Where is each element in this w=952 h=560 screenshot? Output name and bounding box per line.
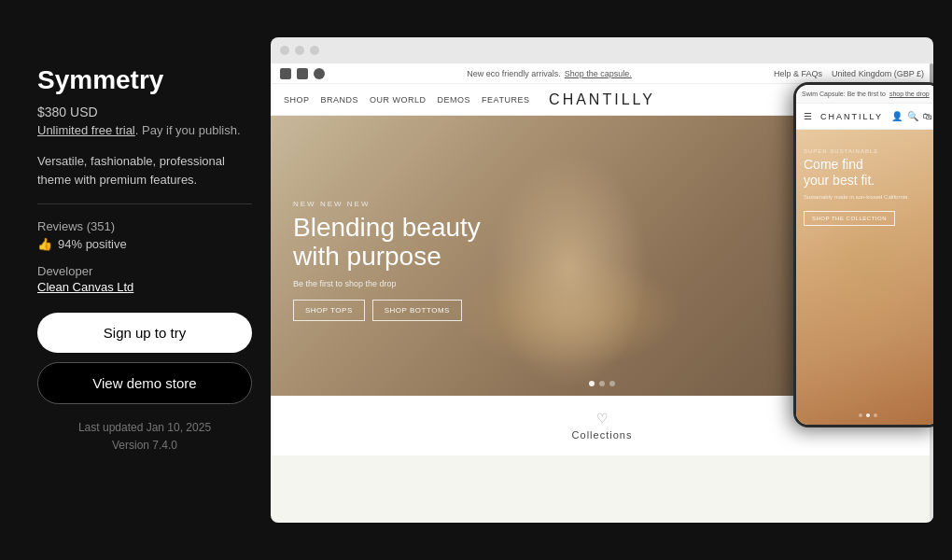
- last-updated: Last updated Jan 10, 2025: [37, 419, 252, 437]
- version: Version 7.4.0: [37, 437, 252, 455]
- free-trial-link[interactable]: Unlimited free trial: [37, 123, 135, 137]
- mobile-subtext: Sustainably made in sun-kissed Californi…: [804, 194, 932, 200]
- reviews-positive: 👍 94% positive: [37, 237, 252, 251]
- reviews-title: Reviews (351): [37, 219, 252, 233]
- theme-price: $380 USD: [37, 105, 252, 119]
- mobile-cart-icon[interactable]: 🛍: [923, 111, 932, 121]
- nav-demos[interactable]: DEMOS: [438, 95, 471, 105]
- mobile-cta-button[interactable]: SHOP THE COLLECTION: [804, 211, 895, 226]
- developer-section: Developer Clean Canvas Ltd: [37, 264, 252, 294]
- mobile-hero-text: SUPER SUSTAINABLE Come findyour best fit…: [804, 148, 932, 226]
- hero-headline: Blending beautywith purpose: [293, 214, 481, 272]
- signup-button[interactable]: Sign up to try: [37, 313, 252, 353]
- help-link[interactable]: Help & FAQs: [774, 69, 822, 78]
- hero-dots: [589, 381, 615, 386]
- topbar-right: Help & FAQs United Kingdom (GBP £): [774, 69, 924, 78]
- topbar-announcement: New eco friendly arrivals. Shop the caps…: [467, 69, 632, 78]
- outer-container: Symmetry $380 USD Unlimited free trial. …: [0, 0, 952, 560]
- nav-features[interactable]: FEATURES: [482, 95, 529, 105]
- positive-label: 94% positive: [58, 237, 127, 251]
- mobile-dots: [859, 413, 877, 417]
- divider: [37, 203, 252, 204]
- topbar-link[interactable]: Shop the capsule.: [565, 69, 632, 78]
- mobile-hero: SUPER SUSTAINABLE Come findyour best fit…: [796, 130, 933, 425]
- mobile-tag: SUPER SUSTAINABLE: [804, 148, 932, 154]
- free-trial-suffix: . Pay if you publish.: [135, 123, 241, 137]
- developer-name[interactable]: Clean Canvas Ltd: [37, 280, 252, 294]
- hero-label: NEW NEW NEW: [293, 200, 481, 208]
- collections-label: Collections: [286, 429, 918, 441]
- nav-shop[interactable]: SHOP: [284, 95, 310, 105]
- shop-bottoms-button[interactable]: SHOP BOTTOMS: [372, 300, 462, 321]
- hero-dot-2[interactable]: [599, 381, 605, 386]
- shop-tops-button[interactable]: SHOP TOPS: [293, 300, 365, 321]
- browser-dot-red: [280, 46, 289, 55]
- browser-chrome: [271, 37, 933, 63]
- social-icons: [280, 68, 325, 79]
- store-nav-links: SHOP BRANDS OUR WORLD DEMOS FEATURES: [284, 95, 529, 105]
- hero-dot-3[interactable]: [609, 381, 615, 386]
- right-panel: New eco friendly arrivals. Shop the caps…: [271, 37, 933, 523]
- theme-title: Symmetry: [37, 65, 252, 95]
- browser-dot-yellow: [295, 46, 304, 55]
- demo-button[interactable]: View demo store: [37, 362, 252, 404]
- left-panel: Symmetry $380 USD Unlimited free trial. …: [19, 37, 271, 523]
- mobile-shop-drop[interactable]: shop the drop: [889, 91, 930, 97]
- nav-our-world[interactable]: OUR WORLD: [370, 95, 427, 105]
- thumbs-up-icon: 👍: [37, 237, 52, 251]
- hero-subheadline: Be the first to shop the drop: [293, 279, 481, 288]
- region-selector[interactable]: United Kingdom (GBP £): [832, 69, 924, 78]
- instagram-icon[interactable]: [314, 68, 325, 79]
- meta-info: Last updated Jan 10, 2025 Version 7.4.0: [37, 419, 252, 455]
- mobile-swim-capsule: Swim Capsule: Be the first to: [802, 91, 886, 97]
- mobile-headline: Come findyour best fit.: [804, 157, 932, 189]
- mobile-mockup: Swim Capsule: Be the first to shop the d…: [793, 82, 933, 427]
- nav-brands[interactable]: BRANDS: [321, 95, 359, 105]
- youtube-icon[interactable]: [297, 68, 308, 79]
- mobile-inner: Swim Capsule: Be the first to shop the d…: [796, 85, 933, 425]
- browser-dot-green: [310, 46, 319, 55]
- mobile-dot-1[interactable]: [859, 413, 862, 417]
- store-preview: New eco friendly arrivals. Shop the caps…: [271, 63, 933, 523]
- theme-description: Versatile, fashionable, professional the…: [37, 152, 252, 189]
- hero-buttons: SHOP TOPS SHOP BOTTOMS: [293, 300, 481, 321]
- developer-label: Developer: [37, 264, 252, 278]
- main-layout: Symmetry $380 USD Unlimited free trial. …: [19, 37, 933, 523]
- mobile-account-icon[interactable]: 👤: [891, 111, 903, 121]
- mobile-topbar: Swim Capsule: Be the first to shop the d…: [796, 85, 933, 104]
- hero-dot-1[interactable]: [589, 381, 595, 386]
- mobile-nav: ☰ CHANTILLY 👤 🔍 🛍: [796, 104, 933, 130]
- store-logo: CHANTILLY: [549, 91, 655, 108]
- free-trial-line: Unlimited free trial. Pay if you publish…: [37, 123, 252, 137]
- mobile-nav-icons: 👤 🔍 🛍: [891, 111, 932, 121]
- mobile-logo: CHANTILLY: [820, 112, 883, 121]
- mobile-dot-2[interactable]: [866, 413, 870, 417]
- mobile-menu-icon[interactable]: ☰: [804, 111, 812, 121]
- mobile-search-icon[interactable]: 🔍: [907, 111, 918, 121]
- store-topbar: New eco friendly arrivals. Shop the caps…: [271, 63, 933, 84]
- mobile-dot-3[interactable]: [874, 413, 877, 417]
- hero-text-block: NEW NEW NEW Blending beautywith purpose …: [293, 200, 481, 321]
- reviews-section: Reviews (351) 👍 94% positive: [37, 219, 252, 251]
- facebook-icon[interactable]: [280, 68, 291, 79]
